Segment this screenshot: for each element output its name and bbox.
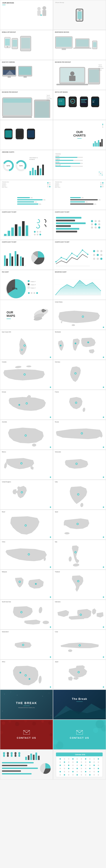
- svg-rect-305: [2, 765, 28, 766]
- slide-spain: Spain: [53, 510, 106, 540]
- svg-text:38%: 38%: [86, 202, 88, 203]
- svg-point-240: [35, 583, 37, 585]
- svg-rect-55: [81, 102, 86, 103]
- svg-point-347: [76, 768, 78, 769]
- macbook2-graphic: [1, 94, 52, 119]
- svg-point-337: [76, 765, 78, 766]
- slide-france: France: [53, 390, 106, 420]
- trending1-dots: [47, 182, 51, 189]
- trending2-bars: 60% 38% 72% 25%: [70, 182, 104, 209]
- svg-rect-17: [73, 48, 91, 49]
- macbook2-title: MACBOOK PRO MOCKUP: [2, 91, 18, 93]
- svg-rect-299: [28, 755, 30, 760]
- row-6: AWESOME CHARTS 62% 53% INVESTME: [0, 150, 106, 180]
- spain-title: Spain: [55, 511, 58, 513]
- thailand-title: Thailand: [55, 571, 60, 572]
- svg-point-336: [72, 765, 73, 766]
- svg-rect-306: [2, 768, 38, 769]
- indonesia-teal-dot: [103, 626, 104, 628]
- svg-rect-76: [40, 168, 41, 175]
- svg-text:14: 14: [93, 101, 94, 103]
- row-1: OUR DEVICES iPhone Mockup: [0, 0, 106, 30]
- svg-point-330: [89, 762, 91, 763]
- our-charts-underline: [77, 138, 82, 138]
- svg-point-279: [50, 733, 53, 736]
- canada-title: Canada: [2, 361, 6, 363]
- svg-point-164: [100, 254, 102, 256]
- spain-graphic: [57, 514, 100, 539]
- contact1-icon: [17, 730, 36, 735]
- indonesia-graphic: [54, 604, 105, 629]
- watch-graphic: 12:30 57% MON 14: [56, 94, 101, 119]
- svg-rect-81: [17, 202, 34, 203]
- slide-germany: Germany: [53, 360, 106, 390]
- slide-responsive-devices: RESPONSIVE DEVICES: [53, 30, 106, 60]
- svg-point-367: [76, 774, 78, 775]
- svg-text:70%: 70%: [43, 199, 46, 200]
- sea-teal-dot: [50, 626, 51, 628]
- svg-rect-142: [6, 258, 8, 266]
- svg-rect-291: [7, 754, 9, 757]
- slide-brazil: Brazil: [0, 510, 53, 540]
- svg-point-276: [41, 720, 44, 723]
- svg-point-356: [72, 771, 73, 772]
- svg-point-104: [100, 184, 102, 185]
- australia-teal-dot: [50, 446, 51, 448]
- svg-rect-74: [35, 170, 36, 175]
- europe-teal-dot: [50, 416, 51, 418]
- mobile-devices: [3, 34, 46, 58]
- contact2-content: CONTACT US: [70, 730, 89, 739]
- svg-rect-25: [23, 76, 27, 78]
- svg-point-194: [24, 345, 25, 346]
- svg-point-371: [94, 774, 95, 775]
- svg-point-102: [100, 182, 102, 184]
- slide-usa-map: United States: [53, 300, 106, 330]
- svg-rect-303: [38, 756, 40, 760]
- svg-point-91: [49, 184, 50, 185]
- svg-point-207: [26, 403, 27, 404]
- venezuela-teal-dot: [103, 476, 104, 478]
- svg-rect-22: [8, 76, 11, 78]
- svg-text:BUSINESS: BUSINESS: [30, 159, 35, 160]
- svg-point-349: [85, 768, 86, 769]
- svg-point-324: [64, 762, 65, 763]
- slide-east-coast: East Coast USA: [0, 330, 53, 360]
- svg-point-234: [68, 556, 72, 562]
- svg-rect-9: [12, 40, 17, 46]
- svg-point-326: [72, 762, 73, 763]
- malaysia-graphic: [2, 574, 49, 599]
- slide-contact2: CONTACT US: [53, 720, 106, 749]
- teal-underline: [2, 5, 5, 5]
- china-graphic: [1, 544, 52, 569]
- svg-point-273: [15, 722, 19, 726]
- slide-break1: THE BREAK PRESENTATION TEMPLATE: [0, 690, 53, 720]
- dot-grid: [99, 172, 103, 176]
- svg-point-4: [41, 14, 42, 16]
- our-devices-title: OUR DEVICES: [2, 2, 14, 4]
- our-charts-title-center: OURCHARTS: [73, 130, 86, 140]
- svg-point-124: [37, 234, 38, 236]
- charts-easy3-title: CHARTS EASY TO EDIT: [2, 241, 16, 243]
- svg-point-243: [38, 607, 43, 614]
- pie-chart-title: PIE CHART: [2, 271, 9, 273]
- switzerland-teal-dot: [50, 656, 51, 658]
- infographic1-content: [2, 751, 51, 778]
- svg-point-322: [98, 758, 99, 760]
- svg-point-251: [68, 649, 72, 652]
- svg-point-320: [89, 758, 91, 760]
- svg-text:62%: 62%: [7, 165, 10, 167]
- europe-title: Europe: [2, 391, 6, 393]
- svg-point-132: [91, 220, 93, 222]
- svg-text:57%: 57%: [12, 287, 17, 290]
- row-18: Brazil Spain: [0, 510, 106, 540]
- worldwide-graphic: [54, 334, 105, 359]
- svg-point-117: [43, 219, 46, 223]
- svg-point-315: [68, 758, 69, 760]
- slide-macbook2: MACBOOK PRO MOCKUP TypicalMockupApplicat…: [0, 90, 53, 120]
- slide-sea: South East Asia: [0, 600, 53, 630]
- svg-point-220: [76, 463, 77, 464]
- svg-point-106: [100, 186, 102, 187]
- mexico-teal-dot: [50, 476, 51, 478]
- slide-mexico: Mexico: [0, 450, 53, 480]
- slide-japan: Japan: [53, 660, 106, 690]
